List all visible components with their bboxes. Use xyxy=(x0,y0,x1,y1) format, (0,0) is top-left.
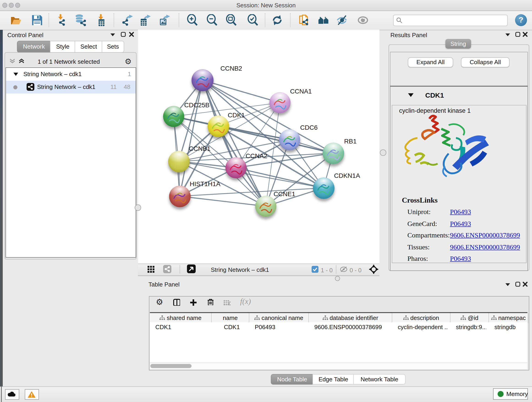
control-panel-title: Control Panel xyxy=(7,32,44,38)
column-header-3[interactable]: database identifier xyxy=(309,313,392,323)
network-label: String Network – cdk1 xyxy=(37,83,95,90)
table-cell[interactable]: P06493 xyxy=(255,324,306,331)
control-panel-close-icon[interactable] xyxy=(129,32,134,37)
network-row[interactable]: String Network – cdk1 11 48 xyxy=(6,81,136,94)
warning-status-button[interactable] xyxy=(25,389,39,400)
tab-string[interactable]: String xyxy=(445,39,471,49)
table-cell[interactable]: cyclin-dependent ... xyxy=(398,324,448,331)
import-table-icon[interactable] xyxy=(96,14,108,26)
node-CDC25B[interactable] xyxy=(163,106,184,127)
zoom-selected-icon[interactable] xyxy=(247,14,259,26)
export-table-icon[interactable] xyxy=(140,14,152,26)
refresh-icon[interactable] xyxy=(271,14,283,26)
node-CCNA2[interactable] xyxy=(225,157,247,178)
column-header-5[interactable]: @id xyxy=(450,313,489,323)
node-CDC6[interactable] xyxy=(279,129,300,150)
table-columns-icon[interactable] xyxy=(173,299,180,306)
node-RB1[interactable] xyxy=(322,142,344,164)
table-cell[interactable]: CDK1 xyxy=(155,324,209,331)
open-file-icon[interactable] xyxy=(10,14,22,26)
table-delete-icon[interactable] xyxy=(207,298,214,305)
hide-selected-icon[interactable] xyxy=(336,14,348,26)
node-CDKN1A[interactable] xyxy=(313,177,334,199)
node-CCNB2[interactable] xyxy=(191,69,214,91)
results-panel-float-icon[interactable] xyxy=(515,32,520,37)
table-cell[interactable]: stringdb xyxy=(494,324,526,331)
control-panel-gear-icon[interactable]: ⚙ xyxy=(125,57,132,66)
table-gear-icon[interactable]: ⚙ xyxy=(156,297,163,307)
search-field[interactable] xyxy=(393,15,508,26)
tab-select[interactable]: Select xyxy=(75,41,103,53)
selected-nodes-checkbox[interactable] xyxy=(312,266,318,273)
help-button[interactable]: ? xyxy=(515,14,527,26)
column-header-6[interactable]: namespac xyxy=(489,313,528,323)
table-panel-float-icon[interactable] xyxy=(515,281,520,287)
table-cell[interactable]: CDK1 xyxy=(217,324,247,331)
expand-all-button[interactable]: Expand All xyxy=(408,57,453,67)
network-collection-row[interactable]: String Network – cdk1 1 xyxy=(6,68,136,81)
zoom-fit-icon[interactable] xyxy=(225,14,237,26)
zoom-out-icon[interactable] xyxy=(206,14,218,26)
node-HIST1H1A[interactable] xyxy=(169,185,190,207)
table-hscroll-thumb[interactable] xyxy=(150,364,191,368)
protein-expand-icon[interactable] xyxy=(408,93,414,97)
import-database-icon[interactable] xyxy=(75,14,87,26)
tab-network-table[interactable]: Network Table xyxy=(353,374,405,385)
hidden-items-icon xyxy=(340,266,348,273)
table-cell[interactable]: stringdb:9... xyxy=(456,324,486,331)
column-header-0[interactable]: shared name xyxy=(150,313,212,323)
right-splitter-handle[interactable] xyxy=(380,149,386,156)
save-session-icon[interactable] xyxy=(31,14,43,26)
results-panel-menu-icon[interactable] xyxy=(505,33,510,37)
first-neighbors-icon[interactable] xyxy=(318,14,330,26)
tab-edge-table[interactable]: Edge Table xyxy=(312,374,354,385)
clone-network-icon[interactable] xyxy=(299,14,311,26)
crosslink-link[interactable]: P06493 xyxy=(450,220,471,228)
table-hscrollbar[interactable] xyxy=(150,363,527,370)
column-header-4[interactable]: description xyxy=(392,313,450,323)
node-CCNA1[interactable] xyxy=(269,92,291,113)
table-function-icon[interactable]: f(x) xyxy=(240,297,251,306)
search-input[interactable] xyxy=(404,16,505,25)
network-share-icon[interactable] xyxy=(163,265,171,273)
results-panel-close-icon[interactable] xyxy=(522,32,528,37)
export-image-icon[interactable] xyxy=(159,14,171,26)
node-CCNB1[interactable] xyxy=(168,151,190,172)
tab-style[interactable]: Style xyxy=(50,41,76,53)
column-header-2[interactable]: canonical name xyxy=(249,313,309,323)
collapse-all-icon[interactable] xyxy=(9,58,16,64)
node-CCNE1[interactable] xyxy=(255,196,276,217)
zoom-in-icon[interactable] xyxy=(186,14,198,26)
node-CDK1[interactable] xyxy=(207,115,229,137)
control-panel-menu-icon[interactable] xyxy=(110,33,115,37)
tab-sets[interactable]: Sets xyxy=(102,41,124,53)
import-network-icon[interactable] xyxy=(56,14,68,26)
node-label-RB1: RB1 xyxy=(344,138,356,145)
left-splitter-handle[interactable] xyxy=(135,204,141,211)
tab-node-table[interactable]: Node Table xyxy=(271,374,313,385)
expand-all-icon[interactable] xyxy=(18,58,25,64)
crosslink-link[interactable]: 9606.ENSP00000378699 xyxy=(450,243,520,251)
fit-content-icon[interactable] xyxy=(369,264,379,274)
collection-expand-icon[interactable] xyxy=(13,72,18,76)
crosslink-link[interactable]: P06493 xyxy=(450,208,471,216)
network-canvas[interactable]: CCNB2 CCNA1 CDC25B CDK1 CDC6 xyxy=(138,30,380,264)
control-panel-float-icon[interactable] xyxy=(120,32,126,37)
table-panel-close-icon[interactable] xyxy=(522,281,528,287)
collapse-all-button[interactable]: Collapse All xyxy=(461,57,510,67)
crosslink-link[interactable]: 9606.ENSP00000378699 xyxy=(450,231,520,239)
table-panel-menu-icon[interactable] xyxy=(505,283,510,287)
memory-button[interactable]: Memory xyxy=(493,388,528,400)
grid-view-icon[interactable] xyxy=(147,266,154,273)
show-all-icon[interactable] xyxy=(357,14,369,26)
export-network-icon[interactable] xyxy=(122,14,134,26)
birds-eye-view-icon[interactable] xyxy=(187,264,196,273)
column-header-1[interactable]: name xyxy=(212,313,249,323)
cloud-status-button[interactable] xyxy=(5,389,19,400)
table-cell[interactable]: 9606.ENSP00000378699 xyxy=(314,324,389,331)
tab-network[interactable]: Network xyxy=(17,41,51,53)
splitter-dot[interactable] xyxy=(335,276,340,281)
table-delete-column-icon[interactable] xyxy=(224,300,230,307)
crosslink-link[interactable]: P06493 xyxy=(450,255,471,263)
table-add-icon[interactable] xyxy=(190,299,196,306)
